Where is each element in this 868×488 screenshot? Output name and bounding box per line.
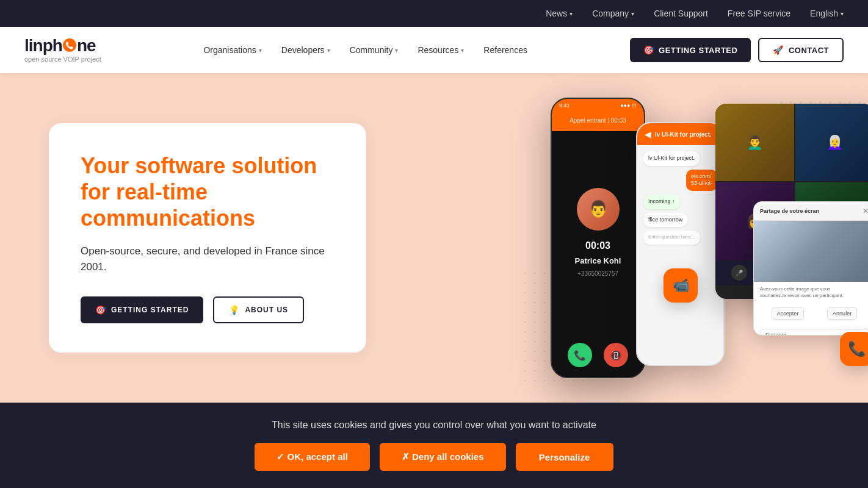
chevron-down-icon: ▾ xyxy=(259,47,262,54)
phone-call-icon: 📞 xyxy=(848,340,866,357)
chat-msg-sent-1: els.com/53-ul-kit- xyxy=(686,170,717,191)
hero-card: Your software solution for real-time com… xyxy=(49,123,366,353)
video-cell-1: 👨‍🦱 xyxy=(715,104,794,181)
cookie-buttons: ✓ OK, accept all ✗ Deny all cookies Pers… xyxy=(255,443,613,471)
nav-links: Organisations ▾ Developers ▾ Community ▾… xyxy=(195,40,536,60)
phone-call-label: Appel entrant | 00:03 xyxy=(559,117,637,124)
hero-title: Your software solution for real-time com… xyxy=(81,152,335,232)
chevron-down-icon: ▾ xyxy=(631,10,634,17)
chat-msg-received-2: Incoming ↑ xyxy=(643,195,680,209)
chevron-down-icon: ▾ xyxy=(570,10,573,17)
phone-signal: ●●● ⊡ xyxy=(620,102,637,109)
chevron-down-icon: ▾ xyxy=(395,47,398,54)
chevron-down-icon: ▾ xyxy=(327,47,330,54)
float-phone-icon: 📞 xyxy=(840,332,868,366)
topbar-company[interactable]: Company ▾ xyxy=(592,9,634,18)
caller-name: Patrice Kohl xyxy=(575,256,621,265)
chat-msg-received-3: ffice tomorrow xyxy=(643,213,687,228)
chat-body: lv Ul-Kit for project. els.com/53-ul-kit… xyxy=(637,145,723,251)
chat-msg-received-4: Enter question here... xyxy=(643,231,700,244)
share-actions: Accepter Annuler xyxy=(754,303,868,325)
video-ctrl-mic[interactable]: 🎤 xyxy=(731,265,747,281)
share-image xyxy=(754,221,868,282)
cookie-personalize-button[interactable]: Personalize xyxy=(516,443,613,471)
hero-section: Your software solution for real-time com… xyxy=(0,73,868,403)
topbar-client-support[interactable]: Client Support xyxy=(654,9,708,18)
logo-tagline: open source VOIP project xyxy=(24,56,101,63)
hero-subtitle: Open-source, secure, and developed in Fr… xyxy=(81,243,335,274)
call-timer: 00:03 xyxy=(585,240,610,251)
share-action-accept[interactable]: Accepter xyxy=(772,307,805,320)
video-conference-icon: 📹 xyxy=(673,278,689,293)
nav-resources[interactable]: Resources ▾ xyxy=(409,40,472,60)
share-close-icon[interactable]: ✕ xyxy=(863,207,868,215)
hero-visual: 9:41 ●●● ⊡ Appel entrant | 00:03 👨 00:03… xyxy=(514,85,868,403)
phone-call-header: Appel entrant | 00:03 xyxy=(552,112,644,131)
accept-call-button[interactable]: 📞 xyxy=(568,343,592,367)
logo[interactable]: linphne open source VOIP project xyxy=(24,37,101,63)
decline-call-button[interactable]: 📵 xyxy=(604,343,628,367)
main-nav: linphne open source VOIP project Organis… xyxy=(0,27,868,73)
caller-number: +33650025757 xyxy=(577,270,618,277)
share-header: Partage de votre écran ✕ xyxy=(754,202,868,221)
chevron-down-icon: ▾ xyxy=(461,47,464,54)
hero-about-button[interactable]: 💡 ABOUT US xyxy=(213,296,304,323)
caller-avatar: 👨 xyxy=(577,188,620,231)
cookie-message: This site uses cookies and gives you con… xyxy=(272,420,596,431)
chat-msg-received-1: lv Ul-Kit for project. xyxy=(643,151,700,166)
nav-organisations[interactable]: Organisations ▾ xyxy=(195,40,270,60)
nav-contact-button[interactable]: 🚀 CONTACT xyxy=(758,38,844,62)
hero-buttons: 🎯 GETTING STARTED 💡 ABOUT US xyxy=(81,296,335,323)
nav-community[interactable]: Community ▾ xyxy=(341,40,407,60)
logo-phone-icon xyxy=(63,38,76,52)
nav-getting-started-button[interactable]: 🎯 GETTING STARTED xyxy=(630,38,751,62)
share-screen-overlay: Partage de votre écran ✕ Avez-vous cette… xyxy=(753,201,868,336)
topbar-language[interactable]: English ▾ xyxy=(810,9,844,18)
phone-mockup-chat: ◀ lv Ul-Kit for project. lv Ul-Kit for p… xyxy=(636,122,725,366)
chat-header: ◀ lv Ul-Kit for project. xyxy=(637,123,723,145)
hero-getting-started-button[interactable]: 🎯 GETTING STARTED xyxy=(81,296,203,323)
topbar-news[interactable]: News ▾ xyxy=(546,9,573,18)
cookie-banner: This site uses cookies and gives you con… xyxy=(0,403,868,488)
cookie-accept-button[interactable]: ✓ OK, accept all xyxy=(255,443,369,471)
share-action-decline[interactable]: Annuler xyxy=(827,307,857,320)
share-header-title: Partage de votre écran xyxy=(760,208,819,214)
nav-references[interactable]: References xyxy=(475,40,536,60)
share-text-content: Avez-vous cette image que voussouhaitez-… xyxy=(754,282,868,303)
nav-developers[interactable]: Developers ▾ xyxy=(273,40,339,60)
phone-mockup-main: 9:41 ●●● ⊡ Appel entrant | 00:03 👨 00:03… xyxy=(551,98,645,378)
phone-time: 9:41 xyxy=(559,102,570,109)
chat-header-name: lv Ul-Kit for project. xyxy=(655,131,712,138)
share-image-area xyxy=(754,221,868,282)
top-bar: News ▾ Company ▾ Client Support Free SIP… xyxy=(0,0,868,27)
video-cell-2: 👩‍🦳 xyxy=(795,104,868,181)
nav-actions: 🎯 GETTING STARTED 🚀 CONTACT xyxy=(630,38,844,62)
cookie-deny-button[interactable]: ✗ Deny all cookies xyxy=(380,443,506,471)
float-video-icon: 📹 xyxy=(664,268,698,303)
phone-avatar-area: 👨 00:03 Patrice Kohl +33650025757 xyxy=(552,131,644,333)
phone-status-bar: 9:41 ●●● ⊡ xyxy=(552,99,644,112)
logo-text: linphne xyxy=(24,37,101,54)
call-buttons: 📞 📵 xyxy=(552,333,644,377)
topbar-free-sip[interactable]: Free SIP service xyxy=(728,9,790,18)
chevron-down-icon: ▾ xyxy=(841,10,844,17)
